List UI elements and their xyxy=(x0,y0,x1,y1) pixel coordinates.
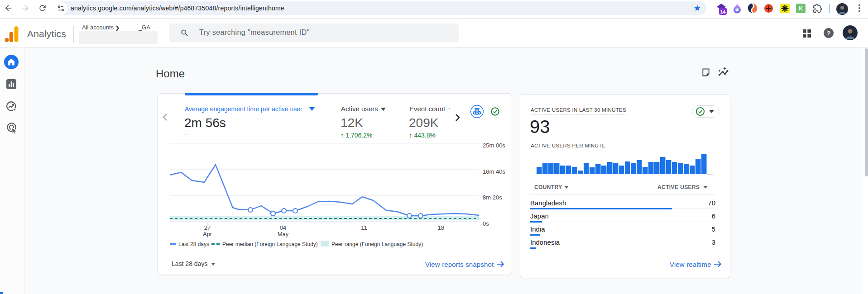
svg-text:Apr: Apr xyxy=(203,231,212,237)
svg-text:18: 18 xyxy=(438,224,444,231)
svg-text:14: 14 xyxy=(720,9,726,14)
svg-text:16m 40s: 16m 40s xyxy=(483,168,505,175)
svg-text:?: ? xyxy=(827,30,830,37)
svg-text:04: 04 xyxy=(280,224,286,231)
svg-text:8m 20s: 8m 20s xyxy=(483,194,502,201)
svg-text:27: 27 xyxy=(204,224,211,231)
svg-text:11: 11 xyxy=(361,224,367,231)
svg-text:0s: 0s xyxy=(483,220,489,227)
svg-text:K: K xyxy=(799,5,803,12)
svg-text:25m 00s: 25m 00s xyxy=(483,142,505,149)
svg-text:May: May xyxy=(278,231,289,237)
